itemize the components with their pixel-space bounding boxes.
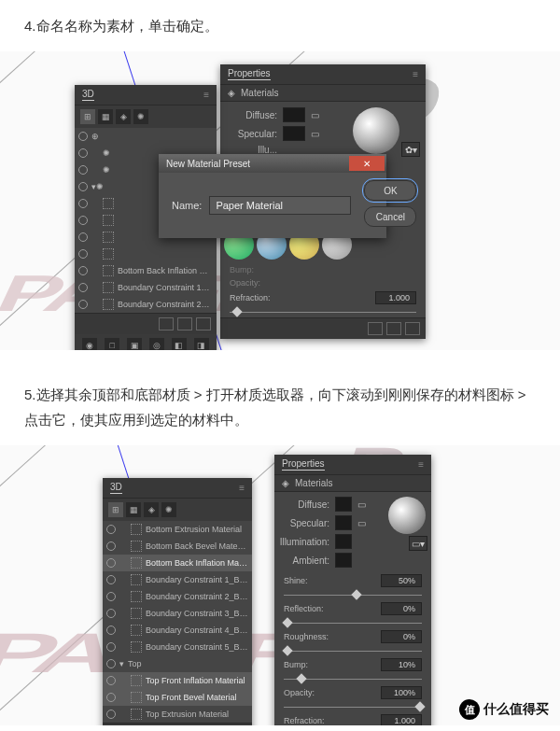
eye-icon[interactable] [106,609,116,618]
eye-icon[interactable] [78,165,88,175]
trash-icon[interactable] [405,322,420,335]
menu-lines-icon[interactable]: ≡ [418,459,424,470]
footer-btn[interactable] [368,322,383,335]
item-label[interactable]: Bottom Back Inflation Mate... [118,266,213,275]
eye-icon[interactable] [78,132,88,141]
slider[interactable] [282,617,292,627]
refraction-value[interactable]: 1.000 [381,714,422,725]
trash-icon[interactable] [196,317,211,330]
slider[interactable] [282,645,292,655]
list-item[interactable]: Top Front Inflation Material [103,672,252,689]
footer-btn[interactable] [386,322,401,335]
eye-icon[interactable] [78,182,88,191]
filter-btn[interactable]: ▦ [126,502,141,517]
new-icon[interactable] [177,317,192,330]
eye-icon[interactable] [78,199,88,208]
list-item[interactable]: Boundary Constraint 1_Bott... [103,571,252,588]
diffuse-label: Diffuse: [226,110,277,120]
list-item[interactable]: Boundary Constraint 4_Bott... [103,622,252,639]
eye-icon[interactable] [78,249,88,259]
eye-icon[interactable] [78,148,88,158]
eye-icon[interactable] [106,541,116,551]
reflection-value[interactable]: 0% [381,602,422,615]
eye-icon[interactable] [106,676,116,685]
filter-btn[interactable]: ◈ [144,502,159,517]
illum-swatch[interactable] [335,534,352,549]
panel-header[interactable]: Properties ≡ [274,455,431,475]
folder-icon[interactable]: ▭ [311,110,319,120]
panel-header[interactable]: 3D ≡ [75,85,217,105]
ok-button[interactable]: OK [364,180,416,201]
shine-value[interactable]: 50% [381,574,422,587]
eye-icon[interactable] [78,216,88,225]
list-item[interactable]: Top Front Bevel Material [103,689,252,706]
filter-btn[interactable]: ✺ [133,109,148,124]
menu-lines-icon[interactable]: ≡ [239,483,245,493]
filter-btn[interactable]: ✺ [161,502,176,517]
eye-icon[interactable] [78,232,88,242]
close-icon[interactable]: ✕ [349,156,385,171]
refraction-slider[interactable] [231,306,242,316]
list-item[interactable]: Bottom Back Inflation Mate... [103,555,252,571]
panel-header[interactable]: Properties ≡ [220,64,426,85]
eye-icon[interactable] [106,575,116,584]
cancel-button[interactable]: Cancel [364,206,416,227]
tool[interactable]: ◧ [172,338,187,350]
diffuse-swatch[interactable] [335,497,352,512]
specular-swatch[interactable] [283,126,305,141]
tool[interactable]: ◉ [82,338,97,350]
filter-btn[interactable]: ⊞ [80,109,95,124]
bump-value[interactable]: 10% [381,658,422,671]
menu-lines-icon[interactable]: ≡ [413,69,418,79]
roughness-value[interactable]: 0% [381,630,422,643]
diffuse-label: Diffuse: [278,499,329,510]
filter-btn[interactable]: ◈ [116,109,131,124]
eye-icon[interactable] [78,300,88,309]
eye-icon[interactable] [78,283,88,292]
menu-lines-icon[interactable]: ≡ [203,90,209,100]
tool[interactable]: ▣ [127,338,142,350]
reflection-label: Reflection: [284,604,324,613]
folder-icon[interactable]: ▭ [357,499,366,510]
preset-gear-button[interactable]: ▭▾ [409,536,427,551]
list-item[interactable]: Boundary Constraint 3_Bott... [103,605,252,622]
refraction-value[interactable]: 1.000 [375,291,416,304]
eye-icon[interactable] [106,592,116,601]
filter-btn[interactable]: ▦ [98,109,113,124]
filter-btn[interactable]: ⊞ [108,502,123,517]
eye-icon[interactable] [106,710,116,719]
slider[interactable] [351,589,361,599]
list-item[interactable]: Top Extrusion Material [103,706,252,723]
ambient-swatch[interactable] [335,553,352,568]
panel-header[interactable]: 3D ≡ [103,478,252,499]
item-label[interactable]: Boundary Constraint 2_Bott... [118,300,213,309]
list-item[interactable]: Boundary Constraint 5_Bott... [103,639,252,655]
eye-icon[interactable] [106,659,116,668]
list-item[interactable]: ▾Top [103,655,252,672]
tool[interactable]: ◎ [149,338,164,350]
list-item[interactable]: Boundary Constraint 2_Bott... [103,588,252,605]
eye-icon[interactable] [78,266,88,275]
slider[interactable] [296,673,306,683]
diffuse-swatch[interactable] [283,107,305,122]
list-item[interactable]: Bottom Back Bevel Material [103,538,252,555]
tool[interactable]: ◨ [194,338,209,350]
opacity-label: Opacity: [230,278,260,288]
eye-icon[interactable] [106,525,116,534]
name-input[interactable] [209,196,351,215]
slider[interactable] [414,701,425,711]
footer-btn[interactable] [159,317,174,330]
eye-icon[interactable] [106,626,116,635]
eye-icon[interactable] [106,558,116,568]
opacity-value[interactable]: 100% [381,686,422,699]
folder-icon[interactable]: ▭ [311,129,319,139]
tool[interactable]: □ [105,338,119,350]
list-item[interactable]: Bottom Extrusion Material [103,521,252,538]
eye-icon[interactable] [106,642,116,652]
item-label[interactable]: Boundary Constraint 1_Bott... [118,283,213,292]
specular-swatch[interactable] [335,515,352,530]
eye-icon[interactable] [106,693,116,702]
folder-icon[interactable]: ▭ [357,518,366,528]
dialog-titlebar[interactable]: New Material Preset ✕ [159,154,386,173]
preset-gear-button[interactable]: ✿▾ [401,142,420,157]
